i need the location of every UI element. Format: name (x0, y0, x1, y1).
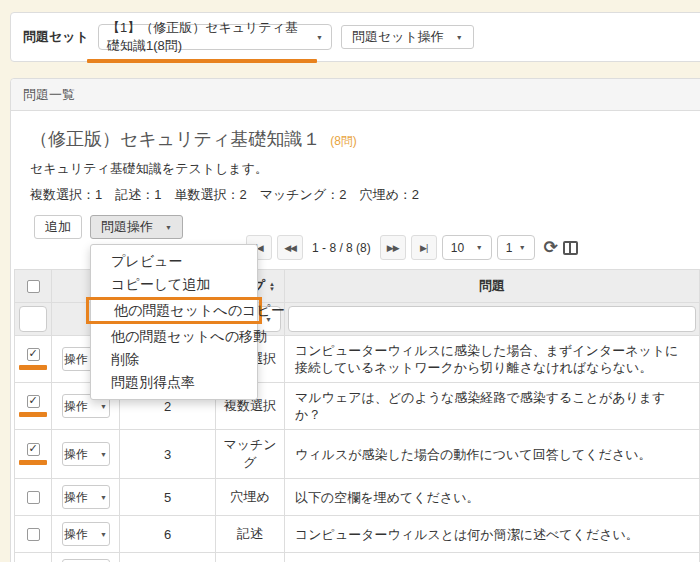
question-operations-menu: プレビュー コピーして追加 他の問題セットへのコピー 他の問題セットへの移動 削… (90, 244, 258, 400)
question-list-panel: 問題一覧 （修正版）セキュリティ基礎知識１ (8問) セキュリティ基礎知識をテス… (10, 78, 700, 562)
page-number-select[interactable]: 1 ▼ (497, 235, 535, 260)
table-row: 操作▼ 5 穴埋め 以下の空欄を埋めてください。 (15, 479, 700, 516)
refresh-icon[interactable]: ⟳ (544, 239, 558, 256)
question-count-badge: (8問) (330, 134, 357, 148)
menu-item-copy-and-add[interactable]: コピーして追加 (91, 273, 257, 296)
page-size-select[interactable]: 10 ▼ (442, 235, 492, 260)
row-type: 記述 (216, 516, 285, 553)
caret-down-icon: ▼ (519, 244, 526, 251)
table-row: 操作▼ 3 マッチング ウィルスが感染した場合の動作について回答してください。 (15, 430, 700, 479)
row-question: マルウェアは、どのような感染経路で感染することがありますか？ (285, 383, 700, 430)
caret-down-icon: ▼ (316, 34, 323, 41)
question-set-bar: 問題セット 【1】（修正版）セキュリティ基礎知識1(8問) ▼ 問題セット操作 … (10, 12, 700, 62)
question-operations-label: 問題操作 (101, 218, 153, 236)
caret-down-icon: ▼ (100, 531, 107, 538)
next-page-button[interactable]: ▶▶ (380, 235, 406, 260)
caret-down-icon: ▼ (100, 403, 107, 410)
row-action-button[interactable]: 操作▼ (62, 442, 110, 466)
caret-down-icon: ▼ (100, 451, 107, 458)
row-checkbox[interactable] (27, 443, 40, 456)
row-checkbox[interactable] (27, 528, 40, 541)
menu-item-delete[interactable]: 削除 (91, 348, 257, 371)
columns-icon[interactable] (563, 241, 578, 255)
row-checkbox[interactable] (27, 395, 40, 408)
pagination-range-label: 1 - 8 / 8 (8) (312, 241, 371, 255)
sort-icon[interactable]: ▲▼ (269, 282, 275, 292)
question-set-label: 問題セット (23, 28, 89, 46)
row-number: 12 (120, 553, 216, 562)
header-question: 問題 (285, 270, 700, 303)
question-set-description: セキュリティ基礎知識をテストします。 (30, 160, 700, 178)
row-question: 以下の空欄を埋めてください。 (285, 479, 700, 516)
row-question: ウィルスが感染した場合の動作について回答してください。 (285, 430, 700, 479)
caret-down-icon: ▼ (476, 244, 483, 251)
menu-item-score-rate[interactable]: 問題別得点率 (91, 371, 257, 394)
question-set-actions-label: 問題セット操作 (352, 28, 444, 46)
last-page-button[interactable]: ▶| (411, 235, 437, 260)
row-type: 穴埋め (216, 479, 285, 516)
page-size-value: 10 (451, 241, 464, 255)
row-question: コンピューターウィルスとは何か簡潔に述べてください。 (285, 516, 700, 553)
row-question: 空欄を記入してください。 (285, 553, 700, 562)
row-number: 5 (120, 479, 216, 516)
question-operations-button[interactable]: 問題操作 ▼ (90, 215, 183, 239)
select-all-checkbox[interactable] (27, 280, 40, 293)
row-question: コンピューターウィルスに感染した場合、まずインターネットに接続しているネットワー… (285, 336, 700, 383)
question-filter-input[interactable] (288, 306, 696, 332)
menu-item-move-to-other-set[interactable]: 他の問題セットへの移動 (91, 325, 257, 348)
prev-page-button[interactable]: ◀◀ (277, 235, 303, 260)
row-checkbox[interactable] (27, 348, 40, 361)
question-set-dropdown-value: 【1】（修正版）セキュリティ基礎知識1(8問) (107, 19, 310, 55)
table-row: 操作▼ 6 記述 コンピューターウィルスとは何か簡潔に述べてください。 (15, 516, 700, 553)
row-type: マッチング (216, 430, 285, 479)
annotation-bar (19, 412, 47, 417)
panel-header: 問題一覧 (11, 79, 700, 111)
add-button[interactable]: 追加 (34, 215, 82, 239)
question-type-stats: 複数選択：1 記述：1 単数選択：2 マッチング：2 穴埋め：2 (30, 186, 700, 204)
row-number: 3 (120, 430, 216, 479)
row-action-button[interactable]: 操作▼ (62, 485, 110, 509)
question-set-dropdown[interactable]: 【1】（修正版）セキュリティ基礎知識1(8問) ▼ (98, 24, 332, 50)
page-title: （修正版）セキュリティ基礎知識１ (30, 129, 321, 149)
pagination: |◀ ◀◀ 1 - 8 / 8 (8) ▶▶ ▶| 10 ▼ 1 ▼ ⟳ (246, 235, 578, 260)
annotation-bar (19, 460, 47, 465)
annotation-bar (19, 365, 47, 370)
row-type: 穴埋め (216, 553, 285, 562)
menu-item-copy-to-other-set[interactable]: 他の問題セットへのコピー (86, 297, 262, 324)
page-number-value: 1 (506, 241, 513, 255)
caret-down-icon: ▼ (100, 494, 107, 501)
caret-down-icon: ▼ (165, 224, 172, 231)
menu-item-preview[interactable]: プレビュー (91, 250, 257, 273)
annotation-underline-dropdown (87, 59, 317, 63)
table-row: 操作▼ 12 穴埋め 空欄を記入してください。 (15, 553, 700, 562)
caret-down-icon: ▼ (456, 34, 463, 41)
row-number: 6 (120, 516, 216, 553)
checkbox-filter-box (19, 306, 47, 332)
row-action-button[interactable]: 操作▼ (62, 522, 110, 546)
question-set-actions-button[interactable]: 問題セット操作 ▼ (341, 25, 474, 49)
row-checkbox[interactable] (27, 491, 40, 504)
